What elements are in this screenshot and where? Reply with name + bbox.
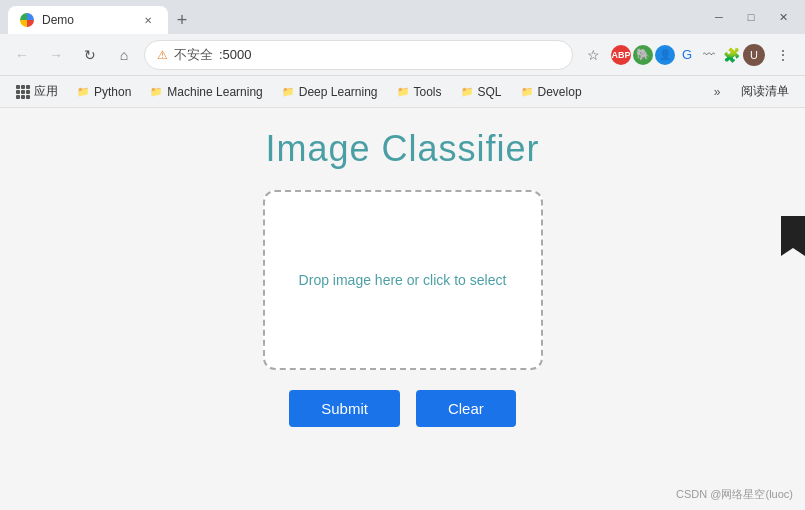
folder-icon: 📁 — [76, 85, 90, 99]
forward-button[interactable]: → — [42, 41, 70, 69]
maximize-button[interactable]: □ — [737, 3, 765, 31]
folder-icon: 📁 — [281, 85, 295, 99]
profile-avatar[interactable]: U — [743, 44, 765, 66]
bookmark-ml-label: Machine Learning — [167, 85, 262, 99]
extensions-puzzle-icon[interactable]: 🧩 — [721, 45, 741, 65]
reading-list-label: 阅读清单 — [741, 83, 789, 100]
minimize-button[interactable]: ─ — [705, 3, 733, 31]
bookmark-python-label: Python — [94, 85, 131, 99]
corner-decoration — [781, 216, 805, 256]
abp-extension-icon[interactable]: ABP — [611, 45, 631, 65]
watermark: CSDN @网络星空(luoc) — [676, 487, 793, 502]
image-drop-zone[interactable]: Drop image here or click to select — [263, 190, 543, 370]
evernote-extension-icon[interactable]: 🐘 — [633, 45, 653, 65]
clear-button[interactable]: Clear — [416, 390, 516, 427]
wave-extension-icon[interactable]: 〰 — [699, 45, 719, 65]
security-icon: ⚠ — [157, 48, 168, 62]
close-button[interactable]: ✕ — [769, 3, 797, 31]
browser-window: Demo ✕ + ─ □ ✕ ← → ↻ ⌂ ⚠ 不安全 :5000 ☆ ABP… — [0, 0, 805, 510]
bookmark-ml[interactable]: 📁 Machine Learning — [141, 83, 270, 101]
tab-strip: Demo ✕ + — [8, 0, 701, 34]
page-content: Image Classifier Drop image here or clic… — [0, 108, 805, 510]
bookmark-develop-label: Develop — [538, 85, 582, 99]
tab-title: Demo — [42, 13, 74, 27]
title-bar: Demo ✕ + ─ □ ✕ — [0, 0, 805, 34]
reading-list-button[interactable]: 阅读清单 — [733, 81, 797, 102]
bookmark-star-button[interactable]: ☆ — [579, 41, 607, 69]
bookmark-sql[interactable]: 📁 SQL — [452, 83, 510, 101]
bookmark-tools[interactable]: 📁 Tools — [388, 83, 450, 101]
bookmark-tools-label: Tools — [414, 85, 442, 99]
bookmarks-overflow: » 阅读清单 — [705, 80, 797, 104]
folder-icon: 📁 — [149, 85, 163, 99]
refresh-button[interactable]: ↻ — [76, 41, 104, 69]
action-buttons: Submit Clear — [289, 390, 516, 427]
bookmark-develop[interactable]: 📁 Develop — [512, 83, 590, 101]
bookmark-dl[interactable]: 📁 Deep Learning — [273, 83, 386, 101]
extension-icons: ABP 🐘 👤 G 〰 🧩 U — [611, 44, 765, 66]
address-actions: ☆ ABP 🐘 👤 G 〰 🧩 U ⋮ — [579, 41, 797, 69]
home-button[interactable]: ⌂ — [110, 41, 138, 69]
page-title: Image Classifier — [265, 128, 539, 170]
address-url: :5000 — [219, 47, 252, 62]
active-tab[interactable]: Demo ✕ — [8, 6, 168, 34]
apps-grid-icon — [16, 85, 30, 99]
overflow-button[interactable]: » — [705, 80, 729, 104]
folder-icon: 📁 — [460, 85, 474, 99]
submit-button[interactable]: Submit — [289, 390, 400, 427]
drop-zone-text: Drop image here or click to select — [299, 272, 507, 288]
bookmarks-bar: 应用 📁 Python 📁 Machine Learning 📁 Deep Le… — [0, 76, 805, 108]
address-bar: ← → ↻ ⌂ ⚠ 不安全 :5000 ☆ ABP 🐘 👤 G 〰 🧩 U ⋮ — [0, 34, 805, 76]
new-tab-button[interactable]: + — [168, 6, 196, 34]
user-extension-icon[interactable]: 👤 — [655, 45, 675, 65]
folder-icon: 📁 — [520, 85, 534, 99]
tab-close-button[interactable]: ✕ — [140, 12, 156, 28]
address-input[interactable]: ⚠ 不安全 :5000 — [144, 40, 573, 70]
bookmark-dl-label: Deep Learning — [299, 85, 378, 99]
apps-bookmark[interactable]: 应用 — [8, 81, 66, 102]
apps-label: 应用 — [34, 83, 58, 100]
window-controls: ─ □ ✕ — [705, 3, 797, 31]
translate-extension-icon[interactable]: G — [677, 45, 697, 65]
folder-icon: 📁 — [396, 85, 410, 99]
back-button[interactable]: ← — [8, 41, 36, 69]
tab-favicon — [20, 13, 34, 27]
bookmark-python[interactable]: 📁 Python — [68, 83, 139, 101]
bookmark-sql-label: SQL — [478, 85, 502, 99]
security-label: 不安全 — [174, 46, 213, 64]
more-button[interactable]: ⋮ — [769, 41, 797, 69]
